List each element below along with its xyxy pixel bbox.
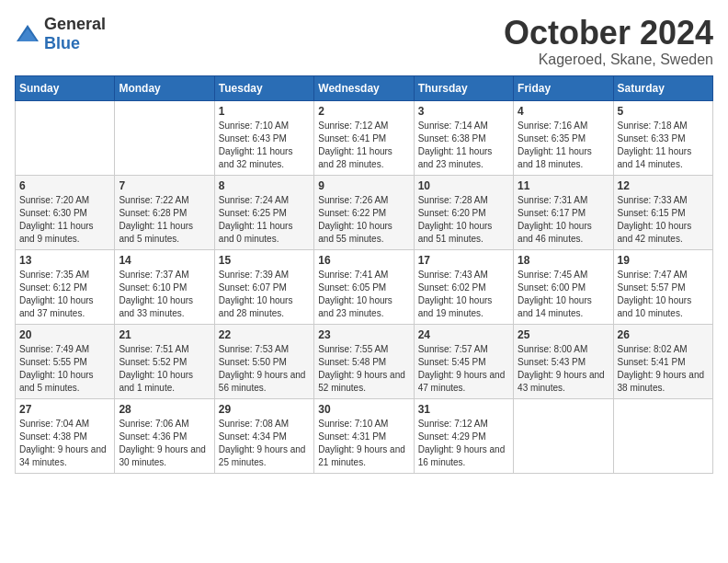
day-content: Sunrise: 7:04 AM Sunset: 4:38 PM Dayligh… bbox=[19, 418, 110, 469]
day-number: 16 bbox=[318, 254, 409, 267]
day-number: 24 bbox=[418, 328, 509, 341]
day-content: Sunrise: 7:37 AM Sunset: 6:10 PM Dayligh… bbox=[119, 269, 210, 320]
day-number: 6 bbox=[19, 179, 110, 192]
day-content: Sunrise: 7:57 AM Sunset: 5:45 PM Dayligh… bbox=[418, 343, 509, 395]
day-number: 31 bbox=[418, 403, 509, 416]
day-cell: 2Sunrise: 7:12 AM Sunset: 6:41 PM Daylig… bbox=[314, 100, 414, 175]
day-content: Sunrise: 7:12 AM Sunset: 4:29 PM Dayligh… bbox=[418, 418, 509, 469]
day-content: Sunrise: 7:18 AM Sunset: 6:33 PM Dayligh… bbox=[618, 120, 709, 171]
week-row-1: 1Sunrise: 7:10 AM Sunset: 6:43 PM Daylig… bbox=[16, 100, 713, 175]
col-header-friday: Friday bbox=[514, 75, 613, 100]
day-number: 2 bbox=[318, 105, 409, 118]
day-number: 30 bbox=[318, 403, 409, 416]
header-row: SundayMondayTuesdayWednesdayThursdayFrid… bbox=[16, 75, 713, 100]
day-cell bbox=[613, 398, 712, 473]
col-header-sunday: Sunday bbox=[16, 75, 115, 100]
day-cell: 16Sunrise: 7:41 AM Sunset: 6:05 PM Dayli… bbox=[314, 249, 414, 324]
month-title: October 2024 bbox=[504, 15, 713, 52]
day-cell: 13Sunrise: 7:35 AM Sunset: 6:12 PM Dayli… bbox=[16, 249, 115, 324]
day-content: Sunrise: 7:55 AM Sunset: 5:48 PM Dayligh… bbox=[318, 343, 409, 395]
col-header-monday: Monday bbox=[115, 75, 214, 100]
day-number: 21 bbox=[119, 328, 210, 341]
logo: General Blue bbox=[15, 15, 106, 53]
day-number: 4 bbox=[518, 105, 609, 118]
day-content: Sunrise: 7:28 AM Sunset: 6:20 PM Dayligh… bbox=[418, 194, 509, 246]
day-number: 19 bbox=[618, 254, 709, 267]
day-number: 25 bbox=[518, 328, 609, 341]
logo-general: General bbox=[44, 15, 106, 33]
day-cell: 18Sunrise: 7:45 AM Sunset: 6:00 PM Dayli… bbox=[514, 249, 613, 324]
day-number: 28 bbox=[119, 403, 210, 416]
day-content: Sunrise: 7:45 AM Sunset: 6:00 PM Dayligh… bbox=[518, 269, 609, 320]
day-cell: 31Sunrise: 7:12 AM Sunset: 4:29 PM Dayli… bbox=[414, 398, 513, 473]
day-cell: 30Sunrise: 7:10 AM Sunset: 4:31 PM Dayli… bbox=[314, 398, 414, 473]
day-cell: 24Sunrise: 7:57 AM Sunset: 5:45 PM Dayli… bbox=[414, 324, 513, 398]
day-content: Sunrise: 7:33 AM Sunset: 6:15 PM Dayligh… bbox=[618, 194, 709, 246]
day-cell: 14Sunrise: 7:37 AM Sunset: 6:10 PM Dayli… bbox=[115, 249, 214, 324]
day-cell: 17Sunrise: 7:43 AM Sunset: 6:02 PM Dayli… bbox=[414, 249, 513, 324]
day-content: Sunrise: 8:02 AM Sunset: 5:41 PM Dayligh… bbox=[618, 343, 709, 395]
day-content: Sunrise: 7:26 AM Sunset: 6:22 PM Dayligh… bbox=[318, 194, 409, 246]
day-number: 10 bbox=[418, 179, 509, 192]
day-number: 14 bbox=[119, 254, 210, 267]
day-cell: 4Sunrise: 7:16 AM Sunset: 6:35 PM Daylig… bbox=[514, 100, 613, 175]
day-cell bbox=[514, 398, 613, 473]
day-cell: 28Sunrise: 7:06 AM Sunset: 4:36 PM Dayli… bbox=[115, 398, 214, 473]
page-header: General Blue October 2024 Kageroed, Skan… bbox=[15, 15, 713, 68]
day-content: Sunrise: 7:08 AM Sunset: 4:34 PM Dayligh… bbox=[219, 418, 310, 469]
col-header-wednesday: Wednesday bbox=[314, 75, 414, 100]
week-row-4: 20Sunrise: 7:49 AM Sunset: 5:55 PM Dayli… bbox=[16, 324, 713, 398]
day-content: Sunrise: 7:20 AM Sunset: 6:30 PM Dayligh… bbox=[19, 194, 110, 246]
day-number: 1 bbox=[219, 105, 310, 118]
day-cell bbox=[115, 100, 214, 175]
day-cell: 26Sunrise: 8:02 AM Sunset: 5:41 PM Dayli… bbox=[613, 324, 712, 398]
day-number: 17 bbox=[418, 254, 509, 267]
day-number: 23 bbox=[318, 328, 409, 341]
day-content: Sunrise: 7:35 AM Sunset: 6:12 PM Dayligh… bbox=[19, 269, 110, 320]
col-header-saturday: Saturday bbox=[613, 75, 712, 100]
day-content: Sunrise: 7:47 AM Sunset: 5:57 PM Dayligh… bbox=[618, 269, 709, 320]
day-content: Sunrise: 8:00 AM Sunset: 5:43 PM Dayligh… bbox=[518, 343, 609, 395]
day-cell: 27Sunrise: 7:04 AM Sunset: 4:38 PM Dayli… bbox=[16, 398, 115, 473]
col-header-tuesday: Tuesday bbox=[214, 75, 313, 100]
day-content: Sunrise: 7:10 AM Sunset: 6:43 PM Dayligh… bbox=[219, 120, 310, 171]
day-number: 29 bbox=[219, 403, 310, 416]
logo-icon bbox=[15, 23, 40, 45]
day-content: Sunrise: 7:53 AM Sunset: 5:50 PM Dayligh… bbox=[219, 343, 310, 395]
day-cell bbox=[16, 100, 115, 175]
day-cell: 29Sunrise: 7:08 AM Sunset: 4:34 PM Dayli… bbox=[214, 398, 313, 473]
week-row-5: 27Sunrise: 7:04 AM Sunset: 4:38 PM Dayli… bbox=[16, 398, 713, 473]
day-content: Sunrise: 7:49 AM Sunset: 5:55 PM Dayligh… bbox=[19, 343, 110, 395]
day-content: Sunrise: 7:24 AM Sunset: 6:25 PM Dayligh… bbox=[219, 194, 310, 246]
day-content: Sunrise: 7:14 AM Sunset: 6:38 PM Dayligh… bbox=[418, 120, 509, 171]
week-row-3: 13Sunrise: 7:35 AM Sunset: 6:12 PM Dayli… bbox=[16, 249, 713, 324]
day-cell: 10Sunrise: 7:28 AM Sunset: 6:20 PM Dayli… bbox=[414, 175, 513, 249]
day-content: Sunrise: 7:22 AM Sunset: 6:28 PM Dayligh… bbox=[119, 194, 210, 246]
day-cell: 15Sunrise: 7:39 AM Sunset: 6:07 PM Dayli… bbox=[214, 249, 313, 324]
calendar-table: SundayMondayTuesdayWednesdayThursdayFrid… bbox=[15, 75, 713, 474]
day-number: 3 bbox=[418, 105, 509, 118]
week-row-2: 6Sunrise: 7:20 AM Sunset: 6:30 PM Daylig… bbox=[16, 175, 713, 249]
day-cell: 3Sunrise: 7:14 AM Sunset: 6:38 PM Daylig… bbox=[414, 100, 513, 175]
logo-blue: Blue bbox=[44, 34, 80, 52]
day-content: Sunrise: 7:51 AM Sunset: 5:52 PM Dayligh… bbox=[119, 343, 210, 395]
day-cell: 11Sunrise: 7:31 AM Sunset: 6:17 PM Dayli… bbox=[514, 175, 613, 249]
day-content: Sunrise: 7:31 AM Sunset: 6:17 PM Dayligh… bbox=[518, 194, 609, 246]
day-number: 8 bbox=[219, 179, 310, 192]
day-cell: 5Sunrise: 7:18 AM Sunset: 6:33 PM Daylig… bbox=[613, 100, 712, 175]
day-cell: 12Sunrise: 7:33 AM Sunset: 6:15 PM Dayli… bbox=[613, 175, 712, 249]
day-number: 22 bbox=[219, 328, 310, 341]
day-cell: 20Sunrise: 7:49 AM Sunset: 5:55 PM Dayli… bbox=[16, 324, 115, 398]
day-content: Sunrise: 7:43 AM Sunset: 6:02 PM Dayligh… bbox=[418, 269, 509, 320]
day-cell: 19Sunrise: 7:47 AM Sunset: 5:57 PM Dayli… bbox=[613, 249, 712, 324]
col-header-thursday: Thursday bbox=[414, 75, 513, 100]
day-cell: 8Sunrise: 7:24 AM Sunset: 6:25 PM Daylig… bbox=[214, 175, 313, 249]
day-cell: 22Sunrise: 7:53 AM Sunset: 5:50 PM Dayli… bbox=[214, 324, 313, 398]
day-content: Sunrise: 7:39 AM Sunset: 6:07 PM Dayligh… bbox=[219, 269, 310, 320]
day-cell: 9Sunrise: 7:26 AM Sunset: 6:22 PM Daylig… bbox=[314, 175, 414, 249]
day-cell: 25Sunrise: 8:00 AM Sunset: 5:43 PM Dayli… bbox=[514, 324, 613, 398]
logo-text: General Blue bbox=[44, 15, 106, 53]
day-cell: 23Sunrise: 7:55 AM Sunset: 5:48 PM Dayli… bbox=[314, 324, 414, 398]
day-number: 18 bbox=[518, 254, 609, 267]
day-number: 12 bbox=[618, 179, 709, 192]
